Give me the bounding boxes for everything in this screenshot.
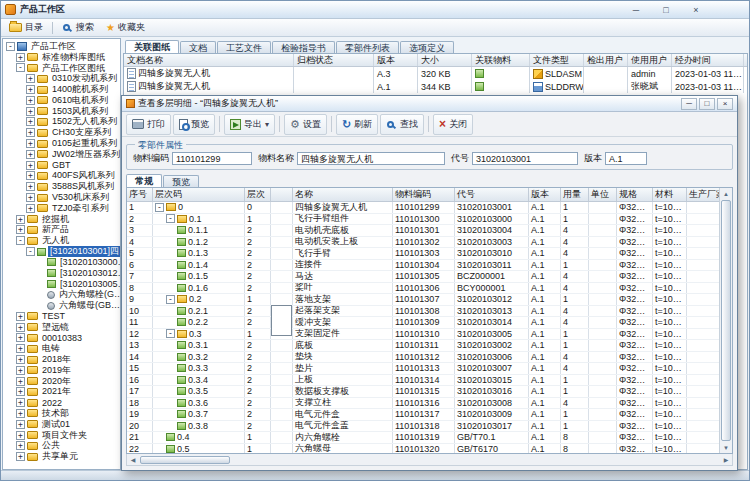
grid-row[interactable]: 40.1.22电动机安装上板11010130231020103003A.14Φ3… bbox=[127, 237, 719, 249]
grid-row[interactable]: 80.1.62桨叶110101306BCY000001A.14Φ32…t=10… bbox=[127, 283, 719, 295]
grid-row[interactable]: 210.41内六角螺栓110101319GB/T70.1A.18Φ32…t=10… bbox=[127, 432, 719, 444]
expand-icon[interactable]: + bbox=[16, 215, 25, 224]
grid-column-header[interactable]: 单位 bbox=[589, 188, 617, 201]
expand-icon[interactable]: + bbox=[16, 409, 25, 418]
grid-row[interactable]: 150.3.32垫片11010131331020103007A.14Φ32…t=… bbox=[127, 363, 719, 375]
doc-column-header[interactable]: 文档名称 bbox=[124, 54, 294, 66]
tree-item[interactable]: +CH30支座系列 bbox=[3, 127, 120, 138]
close-button[interactable]: × bbox=[689, 5, 703, 15]
expand-icon[interactable]: + bbox=[26, 96, 35, 105]
horizontal-scrollbar[interactable] bbox=[126, 454, 733, 466]
tree-item[interactable]: +望远镜 bbox=[3, 322, 120, 333]
expand-icon[interactable]: + bbox=[16, 323, 25, 332]
grid-column-header[interactable]: 用量 bbox=[561, 188, 589, 201]
grid-row[interactable]: 110.2.22缓冲支架11010130931020103014A.14Φ32…… bbox=[127, 317, 719, 329]
grid-row[interactable]: 50.1.32飞行手臂11010130331020103010A.14Φ32…t… bbox=[127, 248, 719, 260]
tree-item[interactable]: +1503风机系列 bbox=[3, 106, 120, 117]
dialog-close-action-button[interactable]: 关闭 bbox=[433, 114, 473, 135]
doc-column-header[interactable]: 大小 bbox=[418, 54, 472, 66]
grid-column-header[interactable]: 规格 bbox=[617, 188, 653, 201]
tree-item[interactable]: +JW02增压器系列 bbox=[3, 149, 120, 160]
tree-item[interactable]: [31020103000… bbox=[3, 257, 120, 268]
find-button[interactable]: 查找 bbox=[380, 114, 424, 135]
grid-row[interactable]: 200.3.82电气元件盒盖11010131831020103017A.11Φ3… bbox=[127, 421, 719, 433]
expand-icon[interactable]: + bbox=[26, 139, 35, 148]
tree-item[interactable]: +TEST bbox=[3, 311, 120, 322]
collapse-icon[interactable]: - bbox=[26, 247, 35, 256]
expand-icon[interactable]: + bbox=[26, 128, 35, 137]
maximize-button[interactable]: □ bbox=[659, 5, 673, 15]
expand-icon[interactable]: + bbox=[16, 431, 25, 440]
tree-item[interactable]: +0310发动机系列 bbox=[3, 73, 120, 84]
tree-item[interactable]: +项目文件夹 bbox=[3, 430, 120, 441]
grid-row[interactable]: 220.51六角螺母110101320GB/T6170A.18Φ32…t=10… bbox=[127, 444, 719, 454]
grid-row[interactable]: 170.3.52数据板支撑板11010131531020103016A.11Φ3… bbox=[127, 386, 719, 398]
scroll-down-icon[interactable] bbox=[720, 442, 732, 453]
grid-column-header[interactable]: 物料编码 bbox=[393, 188, 455, 201]
tree-item[interactable]: +测试01 bbox=[3, 419, 120, 430]
tree-item[interactable]: +共享单元 bbox=[3, 451, 120, 462]
expand-icon[interactable]: + bbox=[16, 377, 25, 386]
expand-icon[interactable]: + bbox=[16, 333, 25, 342]
dialog-tab[interactable]: 常规 bbox=[126, 174, 162, 187]
scrollbar-thumb[interactable] bbox=[721, 200, 731, 441]
grid-row[interactable]: 12-0.31支架固定件11010131031020103005A.11Φ32…… bbox=[127, 329, 719, 341]
expand-icon[interactable]: + bbox=[26, 150, 35, 159]
tree-item[interactable]: +3588S风机系列 bbox=[3, 181, 120, 192]
grid-row[interactable]: 190.3.72电气元件盒11010131731020103009A.11Φ32… bbox=[127, 409, 719, 421]
grid-column-header[interactable]: 材料 bbox=[653, 188, 687, 201]
collapse-icon[interactable]: - bbox=[166, 214, 175, 223]
favorites-button[interactable]: 收藏夹 bbox=[101, 20, 150, 35]
expand-icon[interactable]: + bbox=[26, 204, 35, 213]
tree-item[interactable]: +标准物料库图纸 bbox=[3, 52, 120, 63]
doc-column-header[interactable]: 检出用户 bbox=[584, 54, 628, 66]
tree-item[interactable]: 六角螺母(GB… bbox=[3, 300, 120, 311]
expand-icon[interactable]: + bbox=[16, 366, 25, 375]
expand-icon[interactable]: + bbox=[16, 420, 25, 429]
scroll-up-icon[interactable] bbox=[720, 188, 732, 199]
grid-row[interactable]: 1-00四轴多旋翼无人机11010129931020103001A.11Φ32…… bbox=[127, 202, 719, 214]
tree-item[interactable]: 内六角螺栓(G… bbox=[3, 289, 120, 300]
tree-item[interactable]: +2018年 bbox=[3, 354, 120, 365]
print-button[interactable]: 打印 bbox=[126, 114, 171, 135]
grid-row[interactable]: 140.3.22垫块11010131231020103006A.14Φ32…t=… bbox=[127, 352, 719, 364]
dialog-tab[interactable]: 预览 bbox=[163, 175, 199, 187]
expand-icon[interactable]: + bbox=[26, 161, 35, 170]
expand-icon[interactable]: + bbox=[16, 53, 25, 62]
expand-icon[interactable]: + bbox=[26, 74, 35, 83]
tree-item[interactable]: -[31020103001]四… bbox=[3, 246, 120, 257]
expand-icon[interactable]: + bbox=[16, 441, 25, 450]
dialog-close-button[interactable]: × bbox=[717, 98, 733, 110]
dialog-maximize-button[interactable]: □ bbox=[699, 98, 715, 110]
directory-button[interactable]: 目录 bbox=[4, 20, 48, 35]
grid-row[interactable]: 130.3.12底板11010131131020103002A.11Φ32…t=… bbox=[127, 340, 719, 352]
tree-item[interactable]: -无人机 bbox=[3, 235, 120, 246]
collapse-icon[interactable]: - bbox=[16, 236, 25, 245]
part-number-input[interactable]: 31020103001 bbox=[472, 152, 578, 165]
tree-item[interactable]: +2021年 bbox=[3, 387, 120, 398]
expand-icon[interactable]: + bbox=[26, 117, 35, 126]
tree-item[interactable]: +00010383 bbox=[3, 333, 120, 344]
grid-column-header[interactable]: 版本 bbox=[529, 188, 561, 201]
grid-column-header[interactable]: 代号 bbox=[455, 188, 529, 201]
tree-item[interactable]: +技术部 bbox=[3, 408, 120, 419]
collapse-icon[interactable]: - bbox=[155, 203, 164, 212]
doc-column-header[interactable]: 经办时间 bbox=[672, 54, 744, 66]
grid-column-header[interactable]: 序号 bbox=[127, 188, 153, 201]
tree-item[interactable]: +2022 bbox=[3, 397, 120, 408]
expand-icon[interactable]: + bbox=[16, 387, 25, 396]
material-code-input[interactable]: 110101299 bbox=[172, 152, 252, 165]
doc-tab[interactable]: 文档 bbox=[180, 41, 216, 53]
tree-item[interactable]: +V530机床系列 bbox=[3, 192, 120, 203]
minimize-button[interactable]: ─ bbox=[629, 5, 643, 15]
collapse-icon[interactable]: - bbox=[6, 42, 15, 51]
tree-item[interactable]: -产品工作区 bbox=[3, 41, 120, 52]
tree-item[interactable]: +TZJ0牵引系列 bbox=[3, 203, 120, 214]
grid-row[interactable]: 30.1.12电动机壳底板11010130131020103004A.14Φ32… bbox=[127, 225, 719, 237]
expand-icon[interactable]: + bbox=[26, 171, 35, 180]
scroll-left-icon[interactable] bbox=[127, 456, 139, 463]
expand-icon[interactable]: + bbox=[16, 398, 25, 407]
grid-row[interactable]: 60.1.42连接件11010130431020103011A.11Φ32…t=… bbox=[127, 260, 719, 272]
settings-button[interactable]: 设置 bbox=[284, 114, 327, 135]
doc-tab[interactable]: 检验指导书 bbox=[272, 41, 335, 53]
